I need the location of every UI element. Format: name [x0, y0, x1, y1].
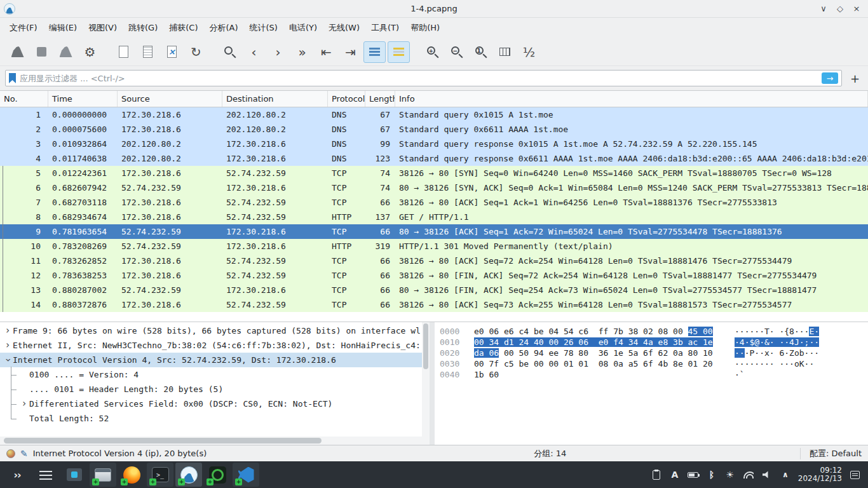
column-header-no[interactable]: No.	[0, 91, 48, 107]
expander-icon[interactable]: ›	[3, 323, 13, 338]
packet-row-7[interactable]: 70.682703118172.30.218.652.74.232.59TCP6…	[0, 195, 868, 210]
detail-row[interactable]: ›Internet Protocol Version 4, Src: 52.74…	[0, 353, 430, 367]
clipboard-icon[interactable]	[651, 467, 662, 482]
capture-comment-icon[interactable]: ✎	[20, 449, 28, 459]
hex-row[interactable]: 003000 7f c5 be 00 00 01 01 08 0a a5 6f …	[440, 358, 868, 369]
reload-file-button[interactable]: ↻	[185, 41, 207, 63]
menu-item-0[interactable]: 文件(F)	[4, 19, 43, 37]
column-header-info[interactable]: Info	[395, 91, 868, 107]
expander-icon[interactable]: ›	[19, 396, 29, 411]
hex-row[interactable]: 0000e0 06 e6 c4 be 04 54 c6 ff 7b 38 02 …	[440, 326, 868, 337]
input-method-icon[interactable]: A	[669, 467, 681, 482]
zoom-in-button[interactable]: +	[421, 41, 444, 63]
menu-item-8[interactable]: 无线(W)	[323, 19, 365, 37]
expert-info-icon[interactable]	[6, 449, 15, 458]
packet-row-9[interactable]: 90.78196365452.74.232.59172.30.218.6TCP6…	[0, 224, 868, 239]
volume-icon[interactable]	[761, 467, 773, 482]
vscode-app-button[interactable]: +	[233, 463, 259, 487]
save-file-button[interactable]	[137, 41, 159, 63]
go-forward-button[interactable]: ›	[267, 41, 289, 63]
bookmark-icon[interactable]	[9, 73, 16, 83]
packet-row-13[interactable]: 130.88028700252.74.232.59172.30.218.6TCP…	[0, 283, 868, 297]
first-packet-button[interactable]: ⇤	[315, 41, 337, 63]
add-filter-button[interactable]: +	[847, 72, 863, 85]
menu-item-4[interactable]: 捕获(C)	[163, 19, 203, 37]
column-header-destination[interactable]: Destination	[222, 91, 328, 107]
detail-vertical-scrollbar[interactable]	[422, 322, 430, 437]
colorize-button[interactable]	[388, 41, 410, 63]
detail-row[interactable]: Total Length: 52	[0, 411, 430, 426]
bluetooth-icon[interactable]: ᛒ	[706, 467, 717, 482]
close-button[interactable]: ×	[850, 3, 863, 15]
column-header-source[interactable]: Source	[118, 91, 222, 107]
last-packet-button[interactable]: ⇥	[339, 41, 362, 63]
capture-options-button[interactable]: ⚙	[79, 41, 101, 63]
wifi-icon[interactable]	[743, 467, 754, 482]
find-packet-button[interactable]	[219, 41, 241, 63]
open-file-button[interactable]	[112, 41, 135, 63]
menu-item-1[interactable]: 编辑(E)	[43, 19, 83, 37]
number-columns-button[interactable]: ½	[518, 41, 540, 63]
packet-row-11[interactable]: 110.783262852172.30.218.652.74.232.59TCP…	[0, 254, 868, 268]
software-app-button[interactable]	[61, 463, 88, 487]
file-manager-app-button[interactable]: +	[90, 463, 116, 487]
packet-row-6[interactable]: 60.68260794252.74.232.59172.30.218.6TCP7…	[0, 180, 868, 195]
notifications-icon[interactable]	[849, 467, 860, 482]
packet-row-4[interactable]: 40.011740638202.120.80.2172.30.218.6DNS1…	[0, 151, 868, 166]
packet-row-3[interactable]: 30.010932864202.120.80.2172.30.218.6DNS9…	[0, 137, 868, 151]
go-to-packet-button[interactable]: »	[291, 41, 313, 63]
menu-item-3[interactable]: 跳转(G)	[123, 19, 163, 37]
expander-icon[interactable]: ›	[1, 355, 15, 365]
menu-item-9[interactable]: 工具(T)	[365, 19, 405, 37]
zoom-out-button[interactable]: −	[445, 41, 468, 63]
detail-row[interactable]: ›Differentiated Services Field: 0x00 (DS…	[0, 396, 430, 411]
menu-item-7[interactable]: 电话(Y)	[283, 19, 323, 37]
detail-row[interactable]: ›Ethernet II, Src: NewH3CTechno_7b:38:02…	[0, 338, 430, 353]
battery-icon[interactable]	[688, 467, 699, 482]
packet-row-1[interactable]: 10.000000000172.30.218.6202.120.80.2DNS6…	[0, 107, 868, 122]
wireshark-app-button[interactable]: +	[175, 463, 202, 487]
packet-row-14[interactable]: 140.880372876172.30.218.652.74.232.59TCP…	[0, 297, 868, 312]
column-header-protocol[interactable]: Protocol	[328, 91, 365, 107]
expander-icon[interactable]: ›	[3, 338, 13, 353]
restart-capture-button[interactable]	[55, 41, 77, 63]
start-capture-button[interactable]	[6, 41, 29, 63]
detail-row[interactable]: .... 0101 = Header Length: 20 bytes (5)	[0, 382, 430, 396]
status-profile[interactable]: 配置: Default	[800, 448, 862, 459]
taskbar-clock[interactable]: 09:12 2024/12/13	[798, 466, 842, 483]
detail-row[interactable]: 0100 .... = Version: 4	[0, 367, 430, 382]
menu-item-10[interactable]: 帮助(H)	[405, 19, 445, 37]
detail-horizontal-scrollbar[interactable]	[0, 437, 430, 445]
resize-columns-button[interactable]	[494, 41, 516, 63]
menu-item-2[interactable]: 视图(V)	[83, 19, 123, 37]
app-launcher-button[interactable]: ››	[4, 463, 31, 487]
tray-expand-icon[interactable]: ∧	[780, 467, 791, 482]
brightness-icon[interactable]: ☀	[724, 467, 736, 482]
stop-capture-button[interactable]	[31, 41, 53, 63]
firefox-app-button[interactable]: +	[118, 463, 145, 487]
hex-row[interactable]: 0020da 06 00 50 94 ee 78 80 36 1e 5a 6f …	[440, 348, 868, 358]
menu-item-6[interactable]: 统计(S)	[244, 19, 283, 37]
packet-row-5[interactable]: 50.012242361172.30.218.652.74.232.59TCP7…	[0, 166, 868, 180]
apply-filter-button[interactable]: →	[822, 72, 838, 84]
go-back-button[interactable]: ‹	[243, 41, 265, 63]
packet-row-8[interactable]: 80.682934674172.30.218.652.74.232.59HTTP…	[0, 210, 868, 224]
display-filter-input[interactable]	[20, 74, 818, 83]
packet-row-2[interactable]: 20.000075600172.30.218.6202.120.80.2DNS6…	[0, 122, 868, 137]
column-header-time[interactable]: Time	[48, 91, 118, 107]
terminal-app-button[interactable]: >_+	[147, 463, 173, 487]
hex-row[interactable]: 00401b 60·`	[440, 369, 868, 380]
zoom-original-button[interactable]: 1	[470, 41, 492, 63]
close-file-button[interactable]: ×	[161, 41, 183, 63]
packet-row-12[interactable]: 120.783638253172.30.218.652.74.232.59TCP…	[0, 268, 868, 283]
maximize-button[interactable]: ◇	[834, 3, 846, 15]
packet-row-10[interactable]: 100.78320826952.74.232.59172.30.218.6HTT…	[0, 239, 868, 254]
detail-row[interactable]: ›Frame 9: 66 bytes on wire (528 bits), 6…	[0, 323, 430, 338]
column-header-length[interactable]: Length	[365, 91, 395, 107]
green-logo-app-button[interactable]: +	[204, 463, 231, 487]
task-switcher-button[interactable]	[32, 463, 59, 487]
menu-item-5[interactable]: 分析(A)	[203, 19, 243, 37]
auto-scroll-button[interactable]	[363, 41, 386, 63]
minimize-button[interactable]: ∨	[817, 3, 830, 15]
hex-row[interactable]: 001000 34 d1 24 40 00 26 06 e0 f4 34 4a …	[440, 337, 868, 348]
